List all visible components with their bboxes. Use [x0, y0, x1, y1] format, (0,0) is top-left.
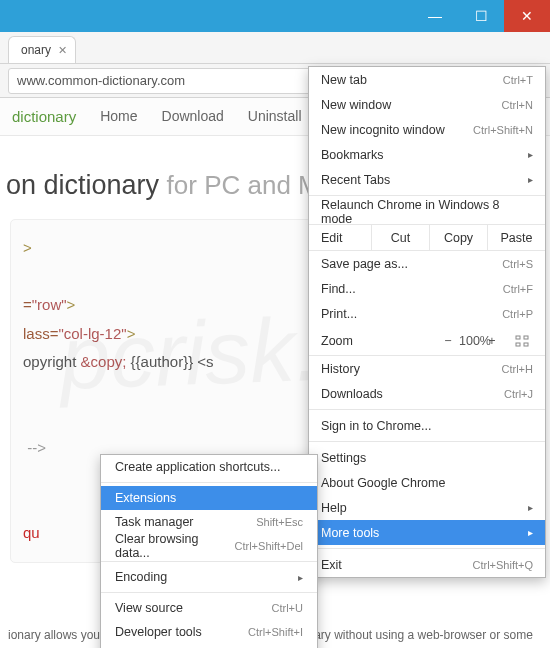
nav-link-uninstall[interactable]: Uninstall: [248, 108, 302, 125]
menu-shortcut: Ctrl+P: [502, 308, 533, 320]
submenu-js-console[interactable]: JavaScript consoleCtrl+Shift+J: [101, 644, 317, 648]
svg-rect-2: [516, 343, 520, 346]
fullscreen-button[interactable]: [511, 335, 533, 347]
code-line: >: [67, 296, 76, 313]
menu-label: Clear browsing data...: [115, 532, 235, 560]
menu-label: Create application shortcuts...: [115, 460, 280, 474]
code-line: qu: [23, 524, 40, 541]
zoom-in-button[interactable]: +: [481, 334, 503, 348]
zoom-value: 100%: [459, 334, 481, 348]
menu-more-tools[interactable]: More tools▸: [309, 520, 545, 545]
url-text: www.common-dictionary.com: [17, 73, 185, 88]
menu-recent-tabs[interactable]: Recent Tabs▸: [309, 167, 545, 192]
menu-label: Print...: [321, 307, 357, 321]
submenu-create-shortcuts[interactable]: Create application shortcuts...: [101, 455, 317, 479]
code-line: {{author}} <s: [126, 353, 213, 370]
menu-new-window[interactable]: New windowCtrl+N: [309, 92, 545, 117]
menu-label: Settings: [321, 451, 366, 465]
svg-rect-1: [524, 336, 528, 339]
menu-separator: [101, 592, 317, 593]
code-line: >: [127, 325, 136, 342]
menu-shortcut: Ctrl+F: [503, 283, 533, 295]
code-line: >: [23, 239, 32, 256]
tab-strip: onary ✕: [0, 32, 550, 64]
menu-new-tab[interactable]: New tabCtrl+T: [309, 67, 545, 92]
menu-label: New tab: [321, 73, 367, 87]
menu-settings[interactable]: Settings: [309, 445, 545, 470]
nav-link-download[interactable]: Download: [162, 108, 224, 125]
menu-label: Exit: [321, 558, 342, 572]
window-maximize-button[interactable]: ☐: [458, 0, 504, 32]
menu-separator: [309, 548, 545, 549]
code-line: &copy;: [81, 353, 127, 370]
submenu-extensions[interactable]: Extensions: [101, 486, 317, 510]
menu-save-page[interactable]: Save page as...Ctrl+S: [309, 251, 545, 276]
fullscreen-icon: [515, 335, 529, 347]
menu-print[interactable]: Print...Ctrl+P: [309, 301, 545, 326]
menu-cut[interactable]: Cut: [371, 225, 429, 250]
menu-separator: [309, 195, 545, 196]
window-close-button[interactable]: ✕: [504, 0, 550, 32]
submenu-task-manager[interactable]: Task managerShift+Esc: [101, 510, 317, 534]
chevron-right-icon: ▸: [528, 174, 533, 185]
site-brand: dictionary: [12, 108, 76, 125]
window-minimize-button[interactable]: —: [412, 0, 458, 32]
menu-about[interactable]: About Google Chrome: [309, 470, 545, 495]
menu-edit-label: Edit: [309, 225, 371, 250]
code-line: =: [23, 296, 32, 313]
menu-shortcut: Ctrl+Shift+I: [248, 626, 303, 638]
menu-shortcut: Ctrl+J: [504, 388, 533, 400]
browser-tab[interactable]: onary ✕: [8, 36, 76, 63]
menu-find[interactable]: Find...Ctrl+F: [309, 276, 545, 301]
menu-label: Task manager: [115, 515, 194, 529]
menu-separator: [101, 561, 317, 562]
menu-label: Encoding: [115, 570, 167, 584]
menu-label: View source: [115, 601, 183, 615]
menu-shortcut: Ctrl+Shift+N: [473, 124, 533, 136]
menu-label: Extensions: [115, 491, 176, 505]
menu-paste[interactable]: Paste: [487, 225, 545, 250]
chevron-right-icon: ▸: [298, 572, 303, 583]
svg-rect-3: [524, 343, 528, 346]
menu-relaunch-win8[interactable]: Relaunch Chrome in Windows 8 mode: [309, 199, 545, 224]
menu-shortcut: Ctrl+Shift+Q: [472, 559, 533, 571]
menu-history[interactable]: HistoryCtrl+H: [309, 356, 545, 381]
submenu-clear-browsing-data[interactable]: Clear browsing data...Ctrl+Shift+Del: [101, 534, 317, 558]
nav-link-home[interactable]: Home: [100, 108, 137, 125]
menu-signin[interactable]: Sign in to Chrome...: [309, 413, 545, 438]
menu-label: Recent Tabs: [321, 173, 390, 187]
menu-label: New window: [321, 98, 391, 112]
menu-separator: [101, 482, 317, 483]
chrome-main-menu: New tabCtrl+T New windowCtrl+N New incog…: [308, 66, 546, 578]
tab-title: onary: [21, 43, 51, 57]
svg-rect-0: [516, 336, 520, 339]
submenu-encoding[interactable]: Encoding▸: [101, 565, 317, 589]
tab-close-icon[interactable]: ✕: [58, 44, 67, 57]
menu-zoom-label: Zoom: [321, 334, 383, 348]
submenu-view-source[interactable]: View sourceCtrl+U: [101, 596, 317, 620]
menu-exit[interactable]: ExitCtrl+Shift+Q: [309, 552, 545, 577]
menu-incognito[interactable]: New incognito windowCtrl+Shift+N: [309, 117, 545, 142]
zoom-out-button[interactable]: −: [437, 334, 459, 348]
menu-label: Help: [321, 501, 347, 515]
menu-separator: [309, 409, 545, 410]
menu-shortcut: Shift+Esc: [256, 516, 303, 528]
menu-shortcut: Ctrl+U: [272, 602, 303, 614]
code-line: opyright: [23, 353, 81, 370]
menu-label: Downloads: [321, 387, 383, 401]
menu-label: Find...: [321, 282, 356, 296]
chevron-right-icon: ▸: [528, 149, 533, 160]
code-line: "row": [32, 296, 67, 313]
menu-downloads[interactable]: DownloadsCtrl+J: [309, 381, 545, 406]
menu-shortcut: Ctrl+N: [502, 99, 533, 111]
menu-label: Save page as...: [321, 257, 408, 271]
menu-copy[interactable]: Copy: [429, 225, 487, 250]
menu-label: Developer tools: [115, 625, 202, 639]
menu-bookmarks[interactable]: Bookmarks▸: [309, 142, 545, 167]
chevron-right-icon: ▸: [528, 527, 533, 538]
window-titlebar: — ☐ ✕: [0, 0, 550, 32]
menu-label: About Google Chrome: [321, 476, 445, 490]
menu-help[interactable]: Help▸: [309, 495, 545, 520]
submenu-developer-tools[interactable]: Developer toolsCtrl+Shift+I: [101, 620, 317, 644]
menu-zoom-row: Zoom − 100% +: [309, 326, 545, 356]
